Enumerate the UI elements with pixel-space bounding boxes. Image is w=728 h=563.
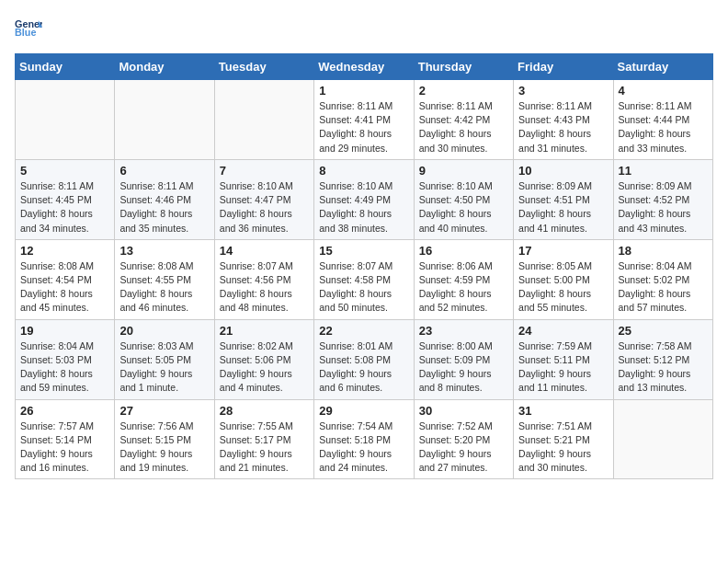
day-number: 9 bbox=[419, 164, 508, 178]
day-number: 27 bbox=[119, 404, 209, 418]
calendar-day-cell bbox=[613, 399, 712, 479]
calendar-day-cell: 21Sunrise: 8:02 AM Sunset: 5:06 PM Dayli… bbox=[214, 319, 313, 399]
day-number: 13 bbox=[119, 244, 209, 258]
calendar-table: SundayMondayTuesdayWednesdayThursdayFrid… bbox=[15, 53, 713, 479]
calendar-header-row: SundayMondayTuesdayWednesdayThursdayFrid… bbox=[16, 54, 713, 80]
calendar-day-cell: 4Sunrise: 8:11 AM Sunset: 4:44 PM Daylig… bbox=[613, 80, 712, 160]
calendar-day-cell: 31Sunrise: 7:51 AM Sunset: 5:21 PM Dayli… bbox=[514, 399, 613, 479]
day-info: Sunrise: 7:58 AM Sunset: 5:12 PM Dayligh… bbox=[619, 339, 708, 396]
day-info: Sunrise: 8:06 AM Sunset: 4:59 PM Dayligh… bbox=[419, 259, 508, 316]
day-number: 10 bbox=[518, 164, 608, 178]
calendar-day-cell: 11Sunrise: 8:09 AM Sunset: 4:52 PM Dayli… bbox=[613, 159, 712, 239]
day-info: Sunrise: 8:07 AM Sunset: 4:56 PM Dayligh… bbox=[220, 259, 309, 316]
day-info: Sunrise: 8:04 AM Sunset: 5:03 PM Dayligh… bbox=[20, 339, 109, 396]
day-number: 5 bbox=[20, 164, 109, 178]
day-info: Sunrise: 8:11 AM Sunset: 4:44 PM Dayligh… bbox=[619, 99, 708, 155]
day-info: Sunrise: 8:00 AM Sunset: 5:09 PM Dayligh… bbox=[419, 339, 508, 396]
day-info: Sunrise: 8:10 AM Sunset: 4:50 PM Dayligh… bbox=[419, 179, 508, 236]
day-number: 25 bbox=[619, 324, 708, 338]
day-info: Sunrise: 8:03 AM Sunset: 5:05 PM Dayligh… bbox=[119, 339, 209, 396]
day-info: Sunrise: 8:09 AM Sunset: 4:52 PM Dayligh… bbox=[619, 179, 708, 236]
day-info: Sunrise: 8:07 AM Sunset: 4:58 PM Dayligh… bbox=[319, 259, 408, 316]
day-number: 7 bbox=[220, 164, 309, 178]
day-info: Sunrise: 8:11 AM Sunset: 4:45 PM Dayligh… bbox=[20, 179, 109, 236]
calendar-day-cell: 19Sunrise: 8:04 AM Sunset: 5:03 PM Dayli… bbox=[16, 319, 115, 399]
day-info: Sunrise: 8:11 AM Sunset: 4:46 PM Dayligh… bbox=[119, 179, 209, 236]
day-number: 28 bbox=[220, 404, 309, 418]
calendar-day-cell: 8Sunrise: 8:10 AM Sunset: 4:49 PM Daylig… bbox=[314, 159, 414, 239]
calendar-day-cell bbox=[214, 80, 313, 160]
svg-text:Blue: Blue bbox=[15, 27, 36, 38]
day-info: Sunrise: 7:51 AM Sunset: 5:21 PM Dayligh… bbox=[518, 419, 608, 476]
calendar-day-cell: 14Sunrise: 8:07 AM Sunset: 4:56 PM Dayli… bbox=[214, 239, 313, 319]
day-info: Sunrise: 8:08 AM Sunset: 4:54 PM Dayligh… bbox=[20, 259, 109, 316]
calendar-day-cell: 10Sunrise: 8:09 AM Sunset: 4:51 PM Dayli… bbox=[514, 159, 613, 239]
calendar-day-cell: 22Sunrise: 8:01 AM Sunset: 5:08 PM Dayli… bbox=[314, 319, 414, 399]
calendar-day-cell: 3Sunrise: 8:11 AM Sunset: 4:43 PM Daylig… bbox=[514, 80, 613, 160]
logo-icon: General Blue bbox=[15, 15, 42, 42]
day-number: 11 bbox=[619, 164, 708, 178]
weekday-header: Wednesday bbox=[314, 54, 414, 80]
day-info: Sunrise: 8:02 AM Sunset: 5:06 PM Dayligh… bbox=[220, 339, 309, 396]
calendar-day-cell: 29Sunrise: 7:54 AM Sunset: 5:18 PM Dayli… bbox=[314, 399, 414, 479]
calendar-week-row: 5Sunrise: 8:11 AM Sunset: 4:45 PM Daylig… bbox=[16, 159, 713, 239]
calendar-day-cell: 16Sunrise: 8:06 AM Sunset: 4:59 PM Dayli… bbox=[414, 239, 513, 319]
day-number: 22 bbox=[319, 324, 408, 338]
day-number: 3 bbox=[518, 84, 608, 98]
day-info: Sunrise: 8:11 AM Sunset: 4:43 PM Dayligh… bbox=[518, 99, 608, 155]
calendar-day-cell: 23Sunrise: 8:00 AM Sunset: 5:09 PM Dayli… bbox=[414, 319, 513, 399]
day-info: Sunrise: 7:57 AM Sunset: 5:14 PM Dayligh… bbox=[20, 419, 109, 476]
calendar-day-cell bbox=[115, 80, 214, 160]
day-number: 31 bbox=[518, 404, 608, 418]
calendar-day-cell: 1Sunrise: 8:11 AM Sunset: 4:41 PM Daylig… bbox=[314, 80, 414, 160]
calendar-day-cell: 13Sunrise: 8:08 AM Sunset: 4:55 PM Dayli… bbox=[115, 239, 214, 319]
calendar-day-cell: 20Sunrise: 8:03 AM Sunset: 5:05 PM Dayli… bbox=[115, 319, 214, 399]
weekday-header: Thursday bbox=[414, 54, 513, 80]
day-number: 30 bbox=[419, 404, 508, 418]
day-info: Sunrise: 8:11 AM Sunset: 4:41 PM Dayligh… bbox=[319, 99, 408, 155]
day-number: 17 bbox=[518, 244, 608, 258]
day-number: 14 bbox=[220, 244, 309, 258]
day-info: Sunrise: 7:54 AM Sunset: 5:18 PM Dayligh… bbox=[319, 419, 408, 476]
day-number: 6 bbox=[119, 164, 209, 178]
day-number: 21 bbox=[220, 324, 309, 338]
calendar-day-cell: 15Sunrise: 8:07 AM Sunset: 4:58 PM Dayli… bbox=[314, 239, 414, 319]
calendar-week-row: 26Sunrise: 7:57 AM Sunset: 5:14 PM Dayli… bbox=[16, 399, 713, 479]
calendar-day-cell: 7Sunrise: 8:10 AM Sunset: 4:47 PM Daylig… bbox=[214, 159, 313, 239]
day-number: 24 bbox=[518, 324, 608, 338]
calendar-day-cell: 12Sunrise: 8:08 AM Sunset: 4:54 PM Dayli… bbox=[16, 239, 115, 319]
day-number: 16 bbox=[419, 244, 508, 258]
calendar-day-cell: 6Sunrise: 8:11 AM Sunset: 4:46 PM Daylig… bbox=[115, 159, 214, 239]
day-info: Sunrise: 8:10 AM Sunset: 4:47 PM Dayligh… bbox=[220, 179, 309, 236]
day-number: 2 bbox=[419, 84, 508, 98]
calendar-day-cell: 24Sunrise: 7:59 AM Sunset: 5:11 PM Dayli… bbox=[514, 319, 613, 399]
calendar-day-cell: 25Sunrise: 7:58 AM Sunset: 5:12 PM Dayli… bbox=[613, 319, 712, 399]
calendar-day-cell: 18Sunrise: 8:04 AM Sunset: 5:02 PM Dayli… bbox=[613, 239, 712, 319]
day-number: 4 bbox=[619, 84, 708, 98]
weekday-header: Friday bbox=[514, 54, 613, 80]
calendar-day-cell: 9Sunrise: 8:10 AM Sunset: 4:50 PM Daylig… bbox=[414, 159, 513, 239]
day-info: Sunrise: 8:04 AM Sunset: 5:02 PM Dayligh… bbox=[619, 259, 708, 316]
calendar-day-cell bbox=[16, 80, 115, 160]
calendar-day-cell: 17Sunrise: 8:05 AM Sunset: 5:00 PM Dayli… bbox=[514, 239, 613, 319]
calendar-day-cell: 26Sunrise: 7:57 AM Sunset: 5:14 PM Dayli… bbox=[16, 399, 115, 479]
day-number: 20 bbox=[119, 324, 209, 338]
day-info: Sunrise: 7:56 AM Sunset: 5:15 PM Dayligh… bbox=[119, 419, 209, 476]
calendar-week-row: 1Sunrise: 8:11 AM Sunset: 4:41 PM Daylig… bbox=[16, 80, 713, 160]
day-info: Sunrise: 7:52 AM Sunset: 5:20 PM Dayligh… bbox=[419, 419, 508, 476]
calendar-week-row: 19Sunrise: 8:04 AM Sunset: 5:03 PM Dayli… bbox=[16, 319, 713, 399]
logo: General Blue bbox=[15, 15, 42, 42]
page-header: General Blue bbox=[15, 15, 713, 42]
calendar-day-cell: 30Sunrise: 7:52 AM Sunset: 5:20 PM Dayli… bbox=[414, 399, 513, 479]
weekday-header: Tuesday bbox=[214, 54, 313, 80]
day-number: 1 bbox=[319, 84, 408, 98]
calendar-day-cell: 28Sunrise: 7:55 AM Sunset: 5:17 PM Dayli… bbox=[214, 399, 313, 479]
day-info: Sunrise: 8:08 AM Sunset: 4:55 PM Dayligh… bbox=[119, 259, 209, 316]
day-number: 18 bbox=[619, 244, 708, 258]
calendar-week-row: 12Sunrise: 8:08 AM Sunset: 4:54 PM Dayli… bbox=[16, 239, 713, 319]
day-info: Sunrise: 8:01 AM Sunset: 5:08 PM Dayligh… bbox=[319, 339, 408, 396]
day-info: Sunrise: 8:10 AM Sunset: 4:49 PM Dayligh… bbox=[319, 179, 408, 236]
weekday-header: Monday bbox=[115, 54, 214, 80]
weekday-header: Saturday bbox=[613, 54, 712, 80]
day-info: Sunrise: 8:09 AM Sunset: 4:51 PM Dayligh… bbox=[518, 179, 608, 236]
